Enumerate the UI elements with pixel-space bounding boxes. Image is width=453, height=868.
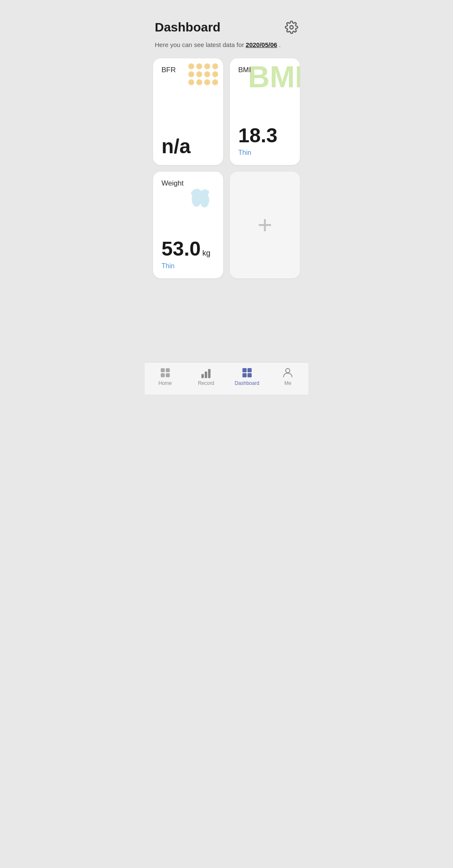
svg-rect-12 <box>166 369 169 372</box>
add-card[interactable]: + <box>230 172 300 278</box>
svg-rect-17 <box>208 369 210 378</box>
svg-rect-13 <box>161 374 164 377</box>
bmi-card[interactable]: BMI BMI 18.3 Thin <box>230 58 300 165</box>
subtitle-date: 2020/05/06 <box>246 41 277 48</box>
svg-rect-20 <box>242 373 247 377</box>
nav-dashboard-label: Dashboard <box>234 380 259 386</box>
bmi-value: 18.3 <box>238 125 292 146</box>
svg-point-10 <box>206 190 209 194</box>
header: Dashboard <box>145 0 308 38</box>
weight-status: Thin <box>161 262 215 270</box>
svg-rect-19 <box>247 368 252 372</box>
nav-me[interactable]: Me <box>268 367 309 386</box>
svg-rect-11 <box>161 369 164 372</box>
bfr-value: n/a <box>161 136 215 157</box>
bfr-label: BFR <box>161 66 215 74</box>
add-icon: + <box>258 212 272 238</box>
bottom-nav: Home Record Dashboard Me <box>145 362 308 395</box>
svg-rect-21 <box>247 373 252 377</box>
settings-icon[interactable] <box>285 21 298 34</box>
weight-unit: kg <box>202 249 210 257</box>
weight-label: Weight <box>161 179 215 188</box>
subtitle: Here you can see latest data for 2020/05… <box>145 38 308 58</box>
nav-record[interactable]: Record <box>186 367 227 386</box>
page: Dashboard Here you can see latest data f… <box>145 0 308 395</box>
cards-grid: BFR n/a BMI BMI 18.3 Thin <box>145 58 308 278</box>
nav-home-label: Home <box>159 380 172 386</box>
nav-dashboard[interactable]: Dashboard <box>226 367 268 386</box>
weight-value: 53.0 <box>161 238 200 260</box>
svg-rect-14 <box>166 374 169 377</box>
page-title: Dashboard <box>155 20 221 34</box>
svg-point-22 <box>286 369 290 373</box>
bfr-card[interactable]: BFR n/a <box>153 58 223 165</box>
weight-card[interactable]: Weight 53.0kg Thin <box>153 172 223 278</box>
nav-home[interactable]: Home <box>145 367 186 386</box>
svg-rect-18 <box>242 368 247 372</box>
nav-record-label: Record <box>198 380 214 386</box>
bmi-status: Thin <box>238 149 292 157</box>
bmi-label: BMI <box>238 66 292 74</box>
svg-rect-15 <box>202 374 203 378</box>
svg-point-0 <box>290 26 293 29</box>
nav-me-label: Me <box>284 380 292 386</box>
svg-rect-16 <box>205 372 207 378</box>
